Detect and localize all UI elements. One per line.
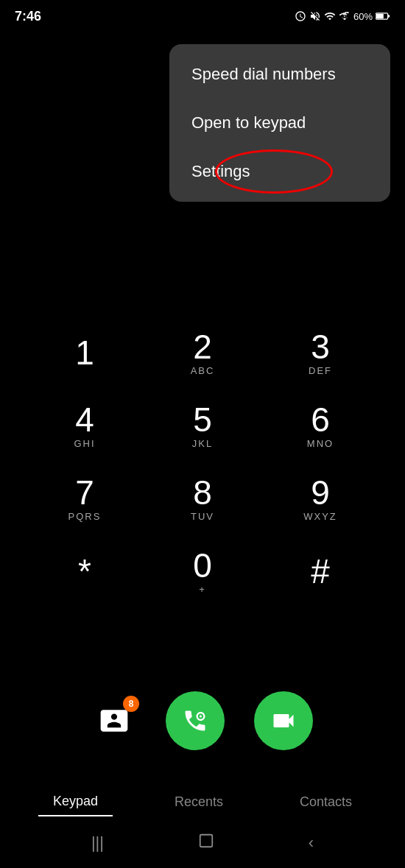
speed-dial-menu-item[interactable]: Speed dial numbers	[169, 50, 390, 99]
voice-call-button[interactable]	[166, 691, 225, 750]
status-bar: 7:46 60%	[0, 0, 405, 29]
nav-contacts[interactable]: Contacts	[285, 788, 367, 816]
dial-key-2[interactable]: 2 ABC	[144, 317, 261, 389]
dropdown-menu: Speed dial numbers Open to keypad Settin…	[169, 44, 390, 202]
svg-rect-1	[376, 14, 384, 19]
mute-icon	[309, 10, 321, 22]
video-icon	[270, 708, 297, 734]
dial-key-5[interactable]: 5 JKL	[144, 389, 261, 462]
home-button[interactable]	[198, 833, 214, 853]
open-keypad-menu-item[interactable]: Open to keypad	[169, 99, 390, 147]
dial-key-star[interactable]: *	[26, 535, 144, 608]
system-nav-bar: ||| ‹	[0, 825, 405, 861]
status-time: 7:46	[15, 9, 41, 24]
bottom-actions: 8	[0, 691, 405, 750]
wifi-icon	[324, 10, 336, 22]
dial-key-0[interactable]: 0 +	[144, 535, 261, 608]
svg-rect-3	[200, 835, 213, 847]
svg-rect-2	[388, 15, 390, 17]
battery-percent: 60%	[353, 11, 373, 22]
back-button[interactable]: ‹	[309, 833, 314, 853]
dial-key-7[interactable]: 7 PQRS	[26, 462, 144, 535]
nav-keypad[interactable]: Keypad	[38, 788, 113, 816]
dialpad-grid: 1 2 ABC 3 DEF 4 GHI 5 JKL 6 MNO 7 PQRS	[26, 317, 379, 608]
dial-key-9[interactable]: 9 WXYZ	[261, 462, 379, 535]
dialpad-area: 1 2 ABC 3 DEF 4 GHI 5 JKL 6 MNO 7 PQRS	[0, 317, 405, 608]
contacts-badge: 8	[123, 696, 139, 712]
dial-key-6[interactable]: 6 MNO	[261, 389, 379, 462]
call-icon	[182, 708, 208, 734]
nav-recents[interactable]: Recents	[160, 788, 238, 816]
dial-key-3[interactable]: 3 DEF	[261, 317, 379, 389]
dial-key-4[interactable]: 4 GHI	[26, 389, 144, 462]
signal-icon	[339, 10, 351, 22]
bottom-nav: Keypad Recents Contacts	[0, 788, 405, 816]
battery-icon	[376, 12, 390, 21]
status-icons: 60%	[295, 10, 390, 22]
settings-menu-item[interactable]: Settings	[169, 147, 390, 196]
dial-key-hash[interactable]: #	[261, 535, 379, 608]
recent-apps-button[interactable]: |||	[91, 833, 104, 853]
dial-key-1[interactable]: 1	[26, 317, 144, 389]
video-call-button[interactable]	[254, 691, 313, 750]
dial-key-8[interactable]: 8 TUV	[144, 462, 261, 535]
alarm-icon	[295, 10, 306, 22]
contacts-shortcut-button[interactable]: 8	[92, 699, 136, 743]
